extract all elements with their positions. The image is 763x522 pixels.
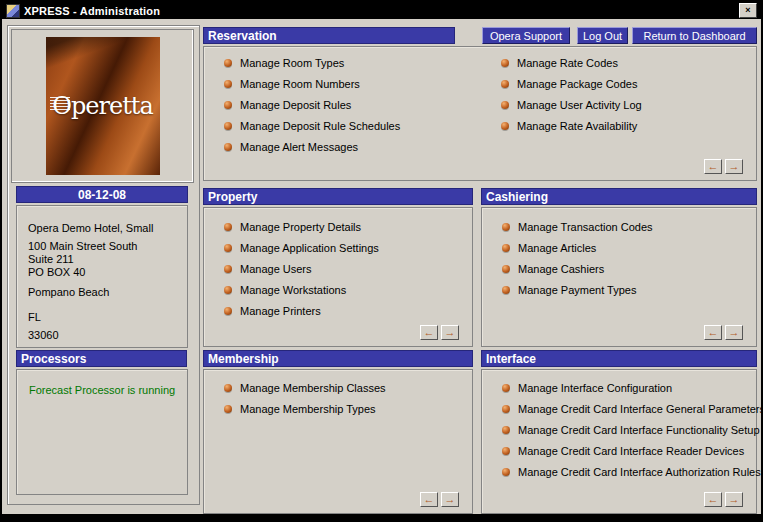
menu-item-manage-transaction-codes[interactable]: Manage Transaction Codes: [482, 216, 756, 237]
processors-header: Processors: [16, 350, 187, 367]
menu-item-manage-deposit-rules[interactable]: Manage Deposit Rules: [204, 94, 400, 115]
bullet-icon: [224, 223, 232, 231]
menu-item-label: Manage Membership Classes: [240, 382, 386, 394]
window-title: XPRESS - Administration: [24, 5, 735, 17]
page-left-button[interactable]: ←: [704, 325, 722, 340]
menu-item-label: Manage Room Types: [240, 57, 344, 69]
address-line: 100 Main Street South: [28, 240, 187, 253]
bullet-icon: [224, 59, 232, 67]
menu-item-label: Manage Alert Messages: [240, 141, 358, 153]
property-header: Property: [203, 188, 473, 205]
address-zip: 33060: [28, 329, 187, 342]
menu-item-label: Manage Credit Card Interface Reader Devi…: [518, 445, 744, 457]
menu-item-manage-alert-messages[interactable]: Manage Alert Messages: [204, 136, 400, 157]
menu-item-label: Manage Payment Types: [518, 284, 636, 296]
menu-item-manage-cc-authorization-rules[interactable]: Manage Credit Card Interface Authorizati…: [482, 461, 756, 482]
page-right-button[interactable]: →: [441, 325, 459, 340]
menu-item-manage-membership-classes[interactable]: Manage Membership Classes: [204, 377, 472, 398]
page-left-button[interactable]: ←: [420, 492, 438, 507]
return-to-dashboard-button[interactable]: Return to Dashboard: [632, 27, 757, 44]
reservation-header: Reservation: [203, 27, 455, 44]
address-city: Pompano Beach: [28, 286, 187, 299]
page-right-button[interactable]: →: [725, 159, 743, 174]
menu-item-label: Manage Credit Card Interface General Par…: [518, 403, 763, 415]
bullet-icon: [501, 122, 509, 130]
menu-item-manage-room-numbers[interactable]: Manage Room Numbers: [204, 73, 400, 94]
menu-item-manage-users[interactable]: Manage Users: [204, 258, 472, 279]
membership-pager: ← →: [420, 492, 459, 507]
menu-item-label: Manage Package Codes: [517, 78, 637, 90]
membership-header: Membership: [203, 350, 473, 367]
menu-item-manage-payment-types[interactable]: Manage Payment Types: [482, 279, 756, 300]
hotel-address-box: Opera Demo Hotel, Small 100 Main Street …: [16, 205, 188, 348]
page-left-button[interactable]: ←: [704, 159, 722, 174]
bullet-icon: [502, 265, 510, 273]
reservation-left-column: Manage Room Types Manage Room Numbers Ma…: [204, 52, 400, 157]
bullet-icon: [502, 468, 510, 476]
page-right-button[interactable]: →: [441, 492, 459, 507]
processor-status: Forecast Processor is running: [29, 384, 187, 396]
menu-item-label: Manage Deposit Rules: [240, 99, 351, 111]
bullet-icon: [501, 59, 509, 67]
title-bar: XPRESS - Administration ×: [2, 2, 761, 19]
page-left-button[interactable]: ←: [420, 325, 438, 340]
menu-item-label: Manage Printers: [240, 305, 321, 317]
menu-item-manage-interface-configuration[interactable]: Manage Interface Configuration: [482, 377, 756, 398]
menu-item-manage-application-settings[interactable]: Manage Application Settings: [204, 237, 472, 258]
menu-item-manage-rate-codes[interactable]: Manage Rate Codes: [481, 52, 642, 73]
menu-item-manage-membership-types[interactable]: Manage Membership Types: [204, 398, 472, 419]
page-left-button[interactable]: ←: [704, 492, 722, 507]
logo-panel: Operetta: [11, 29, 194, 183]
opera-support-button[interactable]: Opera Support: [482, 27, 570, 44]
cashiering-box: Manage Transaction Codes Manage Articles…: [481, 207, 757, 347]
menu-item-manage-articles[interactable]: Manage Articles: [482, 237, 756, 258]
address-line: Suite 211: [28, 253, 187, 266]
bullet-icon: [501, 80, 509, 88]
menu-item-manage-cashiers[interactable]: Manage Cashiers: [482, 258, 756, 279]
bullet-icon: [224, 286, 232, 294]
menu-item-label: Manage Rate Codes: [517, 57, 618, 69]
menu-item-manage-user-activity-log[interactable]: Manage User Activity Log: [481, 94, 642, 115]
menu-item-label: Manage Deposit Rule Schedules: [240, 120, 400, 132]
bullet-icon: [502, 286, 510, 294]
page-right-button[interactable]: →: [725, 325, 743, 340]
menu-item-label: Manage Interface Configuration: [518, 382, 672, 394]
menu-item-manage-property-details[interactable]: Manage Property Details: [204, 216, 472, 237]
property-pager: ← →: [420, 325, 459, 340]
menu-item-manage-room-types[interactable]: Manage Room Types: [204, 52, 400, 73]
menu-item-manage-cc-general-parameters[interactable]: Manage Credit Card Interface General Par…: [482, 398, 756, 419]
menu-item-manage-cc-reader-devices[interactable]: Manage Credit Card Interface Reader Devi…: [482, 440, 756, 461]
menu-item-manage-deposit-rule-schedules[interactable]: Manage Deposit Rule Schedules: [204, 115, 400, 136]
bullet-icon: [502, 405, 510, 413]
bullet-icon: [502, 447, 510, 455]
reservation-box: Manage Room Types Manage Room Numbers Ma…: [203, 46, 757, 181]
membership-box: Manage Membership Classes Manage Members…: [203, 369, 473, 514]
bullet-icon: [502, 244, 510, 252]
bullet-icon: [224, 80, 232, 88]
menu-item-manage-package-codes[interactable]: Manage Package Codes: [481, 73, 642, 94]
menu-item-manage-rate-availability[interactable]: Manage Rate Availability: [481, 115, 642, 136]
app-window: XPRESS - Administration × Operetta 08-12…: [0, 0, 763, 522]
log-out-button[interactable]: Log Out: [577, 27, 628, 44]
address-line: PO BOX 40: [28, 266, 187, 279]
app-icon: [6, 4, 20, 18]
processors-box: Forecast Processor is running: [16, 369, 188, 495]
bullet-icon: [224, 307, 232, 315]
bullet-icon: [224, 405, 232, 413]
address-state: FL: [28, 311, 187, 324]
menu-item-label: Manage Property Details: [240, 221, 361, 233]
page-right-button[interactable]: →: [725, 492, 743, 507]
bullet-icon: [224, 143, 232, 151]
bullet-icon: [502, 384, 510, 392]
menu-item-manage-cc-functionality-setup[interactable]: Manage Credit Card Interface Functionali…: [482, 419, 756, 440]
menu-item-label: Manage Rate Availability: [517, 120, 637, 132]
menu-item-manage-workstations[interactable]: Manage Workstations: [204, 279, 472, 300]
hotel-name: Opera Demo Hotel, Small: [28, 222, 187, 235]
interface-pager: ← →: [704, 492, 743, 507]
cashiering-pager: ← →: [704, 325, 743, 340]
close-button[interactable]: ×: [739, 3, 757, 18]
reservation-right-column: Manage Rate Codes Manage Package Codes M…: [481, 52, 642, 136]
menu-item-label: Manage Users: [240, 263, 312, 275]
bullet-icon: [502, 426, 510, 434]
menu-item-manage-printers[interactable]: Manage Printers: [204, 300, 472, 321]
